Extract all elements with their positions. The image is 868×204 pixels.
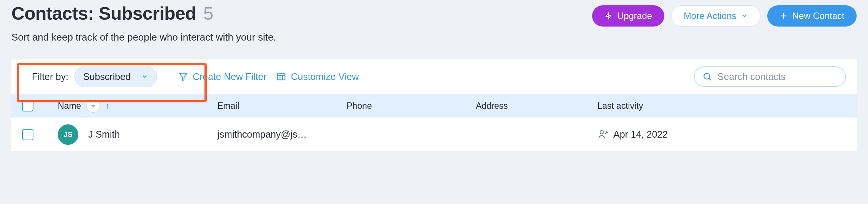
customize-view-label: Customize View xyxy=(291,71,359,82)
funnel-icon xyxy=(178,72,188,82)
svg-point-7 xyxy=(704,73,710,79)
filter-by-label: Filter by: xyxy=(32,71,68,82)
sort-dropdown[interactable] xyxy=(86,99,100,113)
contact-email: jsmithcompany@js… xyxy=(217,129,347,140)
search-icon xyxy=(702,72,712,82)
contacts-panel: Filter by: Subscribed Create New Filter … xyxy=(11,59,857,152)
row-checkbox[interactable] xyxy=(22,129,33,140)
svg-marker-2 xyxy=(179,73,187,81)
page-title: Contacts: Subscribed 5 xyxy=(11,3,592,24)
column-name[interactable]: Name ↑ xyxy=(58,99,217,113)
upgrade-label: Upgrade xyxy=(617,11,652,21)
new-contact-label: New Contact xyxy=(792,11,844,21)
plus-icon xyxy=(779,12,788,20)
svg-line-8 xyxy=(709,78,711,80)
filter-dropdown[interactable]: Subscribed xyxy=(74,66,157,87)
customize-view-link[interactable]: Customize View xyxy=(276,71,359,82)
new-contact-button[interactable]: New Contact xyxy=(767,5,857,27)
bolt-icon xyxy=(604,12,613,20)
more-actions-label: More Actions xyxy=(684,11,737,21)
toolbar: Filter by: Subscribed Create New Filter … xyxy=(11,59,857,94)
title-filter: Subscribed xyxy=(99,3,196,24)
upgrade-button[interactable]: Upgrade xyxy=(592,5,664,27)
title-prefix: Contacts: xyxy=(11,3,94,24)
contact-count: 5 xyxy=(203,3,213,24)
table-header: Name ↑ Email Phone Address Last activity xyxy=(11,94,857,118)
chevron-down-icon xyxy=(90,103,96,109)
table-row[interactable]: JS J Smith jsmithcompany@js… Apr 14, 202… xyxy=(11,118,857,152)
search-input[interactable] xyxy=(718,71,838,82)
column-address[interactable]: Address xyxy=(476,101,597,111)
avatar: JS xyxy=(58,124,78,145)
chevron-down-icon xyxy=(141,73,148,80)
columns-icon xyxy=(276,72,286,82)
contact-name: J Smith xyxy=(88,129,120,140)
contact-last-activity: Apr 14, 2022 xyxy=(613,129,668,140)
create-new-filter-link[interactable]: Create New Filter xyxy=(178,71,267,82)
column-email[interactable]: Email xyxy=(217,101,347,111)
search-container[interactable] xyxy=(694,66,846,87)
header-actions: Upgrade More Actions New Contact xyxy=(592,3,857,27)
create-filter-label: Create New Filter xyxy=(193,71,267,82)
column-last-activity[interactable]: Last activity xyxy=(597,101,692,111)
column-name-label: Name xyxy=(58,101,81,111)
more-actions-button[interactable]: More Actions xyxy=(671,5,760,27)
column-phone[interactable]: Phone xyxy=(347,101,476,111)
filter-value: Subscribed xyxy=(83,71,131,82)
chevron-down-icon xyxy=(741,13,748,19)
select-all-checkbox[interactable] xyxy=(22,100,33,111)
page-subtitle: Sort and keep track of the people who in… xyxy=(11,31,592,43)
filter-group: Filter by: Subscribed xyxy=(18,66,157,87)
activity-icon xyxy=(597,129,609,140)
svg-rect-3 xyxy=(278,73,285,80)
sort-asc-icon: ↑ xyxy=(105,101,109,111)
svg-point-9 xyxy=(600,130,603,134)
